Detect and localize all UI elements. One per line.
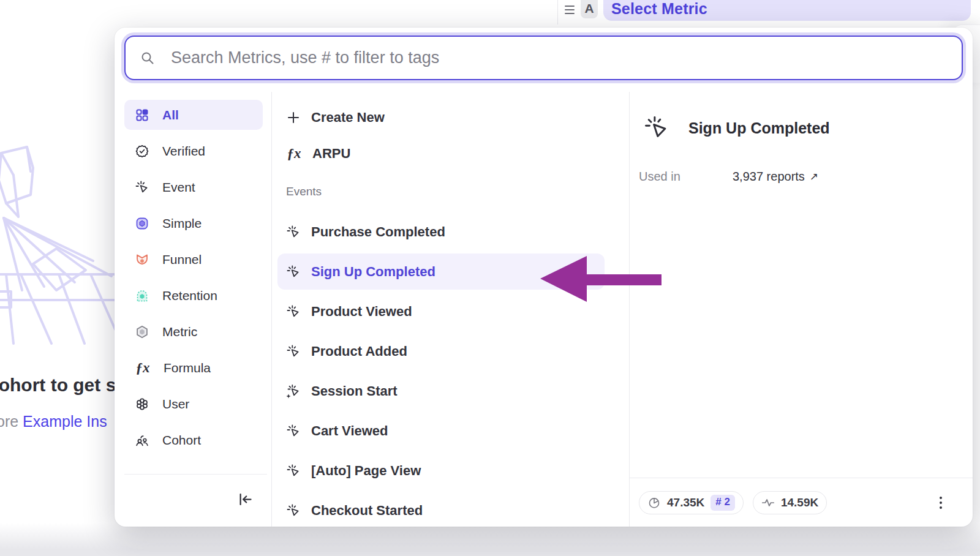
list-item-label: Product Viewed bbox=[311, 304, 412, 320]
simple-metric-icon bbox=[135, 216, 149, 231]
sidebar-item-user[interactable]: User bbox=[124, 389, 263, 419]
background-link-prefix: ore bbox=[0, 413, 23, 430]
event-cursor-icon bbox=[643, 115, 670, 141]
sidebar-item-label: Funnel bbox=[162, 252, 202, 267]
list-item-label: [Auto] Page View bbox=[311, 463, 421, 479]
background-wireframe-illustration bbox=[0, 138, 121, 347]
sidebar-item-label: Formula bbox=[164, 361, 211, 375]
metric-list: Create New ƒx ARPU Events Purchase Compl… bbox=[272, 92, 630, 527]
sidebar-item-label: Metric bbox=[162, 325, 197, 339]
cohort-people-icon bbox=[135, 433, 149, 448]
sidebar-footer bbox=[124, 474, 267, 527]
more-options-button[interactable] bbox=[937, 494, 944, 511]
list-item-label: Product Added bbox=[311, 344, 407, 359]
external-link-icon: ↗ bbox=[810, 170, 818, 183]
event-cursor-icon bbox=[286, 464, 301, 478]
detail-title: Sign Up Completed bbox=[688, 119, 830, 137]
list-item-auto-page-view[interactable]: [Auto] Page View bbox=[272, 451, 629, 490]
unique-count-badge[interactable]: 14.59K bbox=[753, 491, 827, 514]
grid-icon bbox=[135, 108, 149, 122]
sidebar-item-all[interactable]: All bbox=[124, 100, 263, 130]
drag-handle-icon[interactable] bbox=[564, 4, 576, 18]
event-cursor-icon bbox=[286, 503, 301, 518]
list-item-sign-up-completed[interactable]: Sign Up Completed bbox=[277, 254, 605, 290]
metric-detail-panel: Sign Up Completed Used in 3,937 reports … bbox=[630, 92, 973, 527]
plus-icon bbox=[286, 110, 301, 125]
sidebar-item-label: Event bbox=[162, 180, 195, 195]
events-list: Purchase Completed Sign Up Completed bbox=[272, 212, 629, 527]
collapse-sidebar-button[interactable] bbox=[237, 491, 254, 510]
used-in-reports-link[interactable]: 3,937 reports bbox=[733, 170, 805, 184]
retention-icon bbox=[135, 288, 149, 303]
create-new-label: Create New bbox=[311, 110, 385, 126]
pie-chart-icon bbox=[647, 496, 661, 509]
formula-fx-icon: ƒx bbox=[286, 146, 302, 162]
list-item-label: Checkout Started bbox=[311, 503, 423, 519]
search-input[interactable] bbox=[171, 48, 906, 67]
screen: A Select Metric Cohort to get s ore Exam… bbox=[0, 0, 980, 556]
sidebar-item-cohort[interactable]: Cohort bbox=[124, 425, 263, 455]
event-cursor-icon bbox=[286, 424, 301, 438]
sidebar-item-label: Simple bbox=[162, 216, 202, 231]
example-insights-link[interactable]: Example Ins bbox=[23, 413, 107, 430]
sidebar-item-label: User bbox=[162, 397, 189, 411]
event-cursor-icon bbox=[286, 304, 301, 319]
list-item-product-viewed[interactable]: Product Viewed bbox=[272, 291, 629, 331]
sidebar-item-metric[interactable]: Metric bbox=[124, 317, 263, 347]
category-sidebar: All Verified bbox=[115, 92, 272, 527]
list-item-product-added[interactable]: Product Added bbox=[272, 331, 629, 371]
metric-hexagon-icon bbox=[135, 325, 149, 339]
used-in-label: Used in bbox=[639, 170, 733, 184]
select-metric-row[interactable]: Select Metric bbox=[603, 0, 971, 21]
list-item-label: Cart Viewed bbox=[311, 423, 388, 439]
list-item-label: ARPU bbox=[312, 146, 350, 162]
sidebar-item-simple[interactable]: Simple bbox=[124, 208, 263, 238]
sidebar-item-label: Retention bbox=[162, 288, 217, 303]
formula-fx-icon: ƒx bbox=[135, 360, 151, 376]
sidebar-item-funnel[interactable]: Funnel bbox=[124, 244, 263, 274]
list-item-cart-viewed[interactable]: Cart Viewed bbox=[272, 411, 629, 451]
select-metric-label: Select Metric bbox=[611, 0, 707, 18]
event-cursor-icon bbox=[286, 225, 301, 239]
sidebar-item-label: All bbox=[162, 108, 179, 122]
detail-header: Sign Up Completed bbox=[643, 115, 830, 141]
page-bottom-fade bbox=[0, 523, 980, 556]
sidebar-item-verified[interactable]: Verified bbox=[124, 136, 263, 166]
list-item-arpu[interactable]: ƒx ARPU bbox=[272, 135, 629, 173]
unique-count-value: 14.59K bbox=[781, 496, 818, 509]
detail-footer: 47.35K # 2 14.59K bbox=[630, 478, 973, 527]
used-in-row: Used in 3,937 reports ↗ bbox=[639, 170, 818, 184]
sidebar-item-label: Verified bbox=[162, 144, 205, 159]
verified-seal-icon bbox=[135, 144, 149, 159]
background-heading-fragment: Cohort to get s bbox=[0, 375, 116, 396]
event-cursor-star-icon bbox=[286, 384, 301, 399]
event-cursor-icon bbox=[286, 344, 301, 359]
metric-selector-dialog: All Verified bbox=[115, 28, 973, 527]
dialog-columns: All Verified bbox=[115, 92, 973, 527]
list-item-label: Purchase Completed bbox=[311, 224, 445, 240]
list-item-session-start[interactable]: Session Start bbox=[272, 371, 629, 411]
total-count-badge[interactable]: 47.35K # 2 bbox=[639, 491, 744, 514]
create-new-button[interactable]: Create New bbox=[272, 100, 629, 135]
row-letter-badge: A bbox=[581, 0, 598, 18]
activity-pulse-icon bbox=[761, 496, 775, 509]
sidebar-item-retention[interactable]: Retention bbox=[124, 280, 263, 310]
search-icon bbox=[140, 51, 155, 66]
total-count-value: 47.35K bbox=[667, 496, 704, 509]
funnel-icon bbox=[135, 252, 149, 267]
event-cursor-icon bbox=[286, 265, 301, 279]
events-section-header: Events bbox=[286, 185, 629, 200]
list-item-label: Sign Up Completed bbox=[311, 264, 435, 280]
event-cursor-icon bbox=[135, 180, 149, 195]
user-cluster-icon bbox=[135, 397, 149, 411]
sidebar-item-formula[interactable]: ƒx Formula bbox=[124, 353, 263, 383]
sidebar-item-event[interactable]: Event bbox=[124, 172, 263, 202]
topbar-divider bbox=[557, 0, 558, 24]
background-link-line: ore Example Ins bbox=[0, 413, 107, 430]
sidebar-item-label: Cohort bbox=[162, 433, 201, 448]
list-item-checkout-started[interactable]: Checkout Started bbox=[272, 490, 629, 527]
metric-search-box[interactable] bbox=[124, 36, 963, 80]
list-item-label: Session Start bbox=[311, 383, 398, 399]
list-item-purchase-completed[interactable]: Purchase Completed bbox=[272, 212, 629, 252]
rank-chip: # 2 bbox=[710, 495, 735, 511]
